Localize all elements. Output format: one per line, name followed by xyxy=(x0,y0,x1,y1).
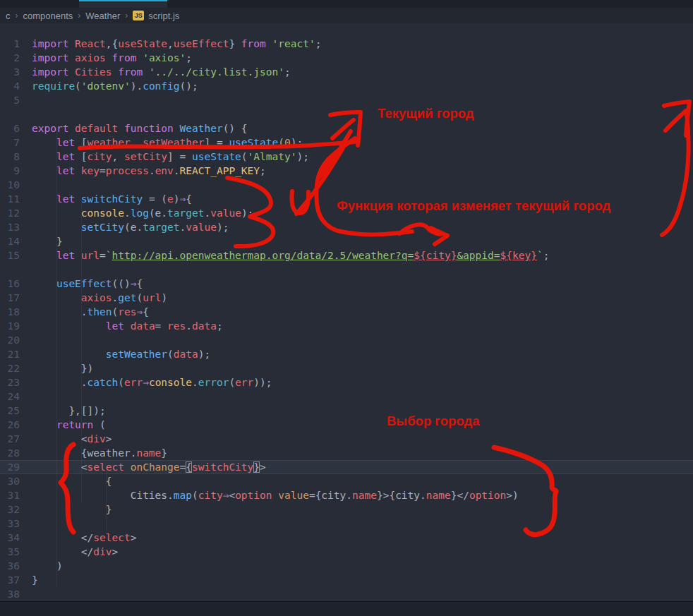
line-number: 21 xyxy=(0,347,32,361)
line-number: 13 xyxy=(0,220,32,234)
code-text xyxy=(32,107,693,121)
line-number: 29 xyxy=(0,460,32,474)
code-line[interactable]: 14 } xyxy=(0,234,693,248)
breadcrumb-root[interactable]: c xyxy=(6,11,11,21)
code-line[interactable]: 5 xyxy=(0,93,693,107)
code-line[interactable]: 34 </select> xyxy=(0,531,693,545)
code-text: import Cities from '../../city.list.json… xyxy=(32,65,693,79)
line-number: 26 xyxy=(0,418,32,432)
code-line[interactable]: 30 { xyxy=(0,474,693,488)
code-line[interactable]: 13 setCity(e.target.value); xyxy=(0,220,693,234)
code-text: require('dotenv').config(); xyxy=(32,79,693,93)
code-text: </select> xyxy=(32,531,693,545)
line-number: 38 xyxy=(0,587,32,601)
line-number: 36 xyxy=(0,559,32,573)
chevron-right-icon: › xyxy=(78,11,80,20)
code-line[interactable]: 10 xyxy=(0,178,693,192)
code-text: {weather.name} xyxy=(32,446,693,460)
code-line[interactable]: 8 let [city, setCity] = useState('Almaty… xyxy=(0,150,693,164)
code-text: { xyxy=(32,474,693,488)
line-number: 11 xyxy=(0,192,32,206)
code-line[interactable]: 20 xyxy=(0,333,693,347)
code-line[interactable]: 17 axios.get(url) xyxy=(0,291,693,305)
code-line[interactable]: 28 {weather.name} xyxy=(0,446,693,460)
line-number: 27 xyxy=(0,432,32,446)
line-number: 17 xyxy=(0,291,32,305)
breadcrumb-weather[interactable]: Weather xyxy=(85,11,120,21)
line-number: 7 xyxy=(0,135,32,150)
code-text: let [weather, setWeather] = useState(0); xyxy=(32,135,693,150)
code-line[interactable]: 9 let key=process.env.REACT_APP_KEY; xyxy=(0,164,693,178)
code-text: Cities.map(city⇒<option value={city.name… xyxy=(32,488,693,502)
line-number: 16 xyxy=(0,277,32,291)
code-text: setCity(e.target.value); xyxy=(32,220,693,234)
code-line[interactable]: 12 console.log(e.target.value); xyxy=(0,206,693,220)
code-text: let url=`http://api.openweathermap.org/d… xyxy=(32,248,693,262)
code-text xyxy=(32,262,693,277)
code-line[interactable]: 22 }) xyxy=(0,361,693,375)
code-text xyxy=(32,178,693,192)
code-line[interactable]: 38 xyxy=(0,587,693,601)
code-line[interactable]: 6export default function Weather() { xyxy=(0,121,693,135)
code-line[interactable]: 4require('dotenv').config(); xyxy=(0,79,693,93)
code-gap-row[interactable] xyxy=(0,262,693,277)
line-number: 22 xyxy=(0,361,32,375)
code-line[interactable]: 15 let url=`http://api.openweathermap.or… xyxy=(0,248,693,262)
breadcrumb-components[interactable]: components xyxy=(23,11,73,21)
code-text: export default function Weather() { xyxy=(32,121,693,135)
vscode-editor-window: c › components › Weather › JS script.js … xyxy=(0,0,693,616)
code-line[interactable]: 35 </div> xyxy=(0,545,693,559)
code-line[interactable]: 16 useEffect(()⇒{ xyxy=(0,277,693,291)
code-line[interactable]: 32 } xyxy=(0,502,693,517)
code-text: import React,{useState,useEffect} from '… xyxy=(32,37,693,51)
code-line[interactable]: 7 let [weather, setWeather] = useState(0… xyxy=(0,135,693,150)
line-number: 37 xyxy=(0,573,32,587)
code-line[interactable]: 31 Cities.map(city⇒<option value={city.n… xyxy=(0,488,693,502)
code-text: return ( xyxy=(32,418,693,432)
code-text xyxy=(32,517,693,531)
code-line[interactable]: 21 setWeather(data); xyxy=(0,347,693,361)
line-number: 1 xyxy=(0,37,32,51)
code-text: let switchCity = (e)⇒{ xyxy=(32,192,693,206)
code-line[interactable]: 18 .then(res⇒{ xyxy=(0,305,693,319)
line-number: 35 xyxy=(0,545,32,559)
line-number: 32 xyxy=(0,502,32,517)
code-line[interactable]: 29 <select onChange={switchCity}> xyxy=(0,460,693,474)
code-line[interactable]: 36 ) xyxy=(0,559,693,573)
code-text: </div> xyxy=(32,545,693,559)
code-line[interactable]: 37} xyxy=(0,573,693,587)
tab-script-js[interactable] xyxy=(79,0,167,8)
line-number: 2 xyxy=(0,51,32,65)
code-text: } xyxy=(32,502,693,517)
code-line[interactable]: 2import axios from 'axios'; xyxy=(0,51,693,65)
breadcrumb-file[interactable]: script.js xyxy=(148,11,179,21)
line-number: 33 xyxy=(0,517,32,531)
line-number: 15 xyxy=(0,248,32,262)
code-text: <div> xyxy=(32,432,693,446)
line-number: 5 xyxy=(0,93,32,107)
code-line[interactable]: 1import React,{useState,useEffect} from … xyxy=(0,37,693,51)
code-editor[interactable]: 1import React,{useState,useEffect} from … xyxy=(0,23,693,601)
code-line[interactable]: 19 let data= res.data; xyxy=(0,319,693,333)
code-line[interactable]: 26 return ( xyxy=(0,418,693,432)
breadcrumb: c › components › Weather › JS script.js xyxy=(0,8,693,23)
code-text: console.log(e.target.value); xyxy=(32,206,693,220)
code-text xyxy=(32,587,693,601)
code-line[interactable]: 23 .catch(err⇒console.error(err)); xyxy=(0,375,693,389)
line-number: 14 xyxy=(0,234,32,248)
line-number xyxy=(0,262,32,277)
code-text: let key=process.env.REACT_APP_KEY; xyxy=(32,164,693,178)
line-number: 25 xyxy=(0,404,32,418)
code-gap-row[interactable] xyxy=(0,107,693,121)
code-line[interactable]: 3import Cities from '../../city.list.jso… xyxy=(0,65,693,79)
code-line[interactable]: 24 xyxy=(0,389,693,404)
code-line[interactable]: 11 let switchCity = (e)⇒{ xyxy=(0,192,693,206)
line-number: 24 xyxy=(0,389,32,404)
code-line[interactable]: 27 <div> xyxy=(0,432,693,446)
tab-bar xyxy=(0,0,693,8)
code-line[interactable]: 33 xyxy=(0,517,693,531)
line-number: 8 xyxy=(0,150,32,164)
code-text: useEffect(()⇒{ xyxy=(32,277,693,291)
code-text: .then(res⇒{ xyxy=(32,305,693,319)
code-line[interactable]: 25 },[]); xyxy=(0,404,693,418)
